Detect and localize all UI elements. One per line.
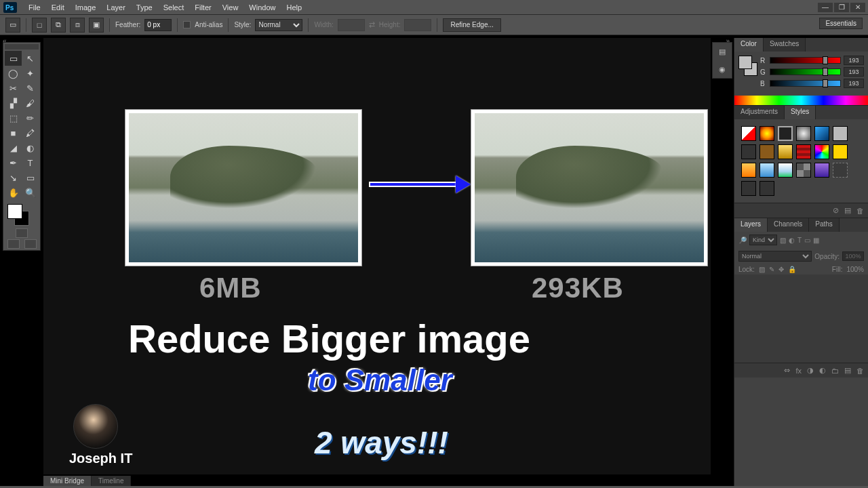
style-swatch[interactable] [833, 163, 848, 178]
group-icon[interactable]: 🗀 [831, 367, 839, 375]
antialias-checkbox[interactable] [183, 21, 191, 28]
tool-path-select[interactable]: ↘ [5, 170, 22, 185]
tool-type[interactable]: T [22, 155, 39, 170]
style-swatch[interactable] [833, 126, 848, 141]
menu-file[interactable]: File [23, 3, 46, 12]
no-style-icon[interactable]: ⊘ [833, 206, 839, 215]
style-swatch[interactable] [760, 144, 774, 159]
tool-hand[interactable]: ✋ [5, 185, 22, 200]
style-swatch[interactable] [778, 126, 793, 141]
opacity-value[interactable]: 100% [842, 251, 864, 261]
adjustment-layer-icon[interactable]: ◐ [819, 366, 826, 375]
selection-add-icon[interactable]: ⧉ [51, 18, 66, 33]
style-swatch[interactable] [741, 181, 756, 196]
menu-select[interactable]: Select [158, 3, 190, 12]
tool-magic-wand[interactable]: ✦ [22, 66, 39, 81]
tool-dodge[interactable]: ◐ [22, 140, 39, 155]
style-swatch[interactable] [833, 144, 848, 159]
selection-new-icon[interactable]: □ [32, 18, 47, 33]
new-layer-icon[interactable]: ▤ [844, 366, 851, 375]
b-value[interactable]: 193 [844, 79, 864, 88]
new-style-icon[interactable]: ▤ [844, 206, 851, 215]
selection-intersect-icon[interactable]: ▣ [89, 18, 104, 33]
tool-pen[interactable]: ✒ [5, 155, 22, 170]
tab-swatches[interactable]: Swatches [764, 38, 806, 52]
filter-adjust-icon[interactable]: ◐ [789, 237, 795, 244]
properties-panel-icon[interactable]: ◉ [713, 60, 732, 78]
tool-marquee[interactable]: ▭ [5, 51, 22, 66]
layers-list[interactable] [734, 274, 868, 363]
style-swatch[interactable] [760, 126, 774, 141]
screenmode-icon[interactable] [7, 239, 20, 249]
g-slider[interactable] [770, 68, 841, 75]
filter-shape-icon[interactable]: ▭ [804, 237, 810, 244]
tab-color[interactable]: Color [734, 38, 764, 52]
style-swatch[interactable] [741, 144, 756, 159]
b-slider[interactable] [770, 80, 841, 87]
workspace-switcher[interactable]: Essentials [819, 18, 863, 29]
tool-eyedropper[interactable]: ✎ [22, 81, 39, 96]
tool-shape[interactable]: ▭ [22, 170, 39, 185]
panel-grip[interactable] [5, 44, 39, 49]
tool-zoom[interactable]: 🔍 [22, 185, 39, 200]
tool-history-brush[interactable]: ✏ [22, 110, 39, 125]
filter-type-icon[interactable]: T [797, 237, 802, 244]
blend-mode-select[interactable]: Normal [738, 251, 812, 262]
style-swatch[interactable] [796, 163, 811, 178]
layer-mask-icon[interactable]: ◑ [807, 366, 814, 375]
lock-brush-icon[interactable]: ✎ [769, 266, 774, 273]
history-panel-icon[interactable]: ▤ [713, 43, 732, 60]
link-layers-icon[interactable]: ⇔ [784, 366, 790, 375]
r-value[interactable]: 193 [844, 56, 864, 65]
tool-move[interactable]: ↖ [22, 51, 39, 66]
window-minimize-icon[interactable]: — [818, 3, 833, 12]
delete-style-icon[interactable]: 🗑 [856, 207, 864, 215]
tab-paths[interactable]: Paths [809, 218, 840, 232]
tab-adjustments[interactable]: Adjustments [734, 106, 785, 119]
style-swatch[interactable] [778, 163, 793, 178]
tool-stamp[interactable]: ⬚ [5, 110, 22, 125]
color-panel-swatch[interactable] [738, 56, 756, 81]
style-swatch[interactable] [741, 163, 756, 178]
menu-filter[interactable]: Filter [189, 3, 216, 12]
menu-edit[interactable]: Edit [46, 3, 70, 12]
style-none[interactable] [741, 126, 756, 141]
quickmask-icon[interactable] [16, 228, 28, 238]
style-swatch[interactable] [796, 144, 811, 159]
layer-fx-icon[interactable]: fx [795, 367, 802, 375]
g-value[interactable]: 193 [844, 67, 864, 77]
menu-view[interactable]: View [217, 3, 244, 12]
tool-gradient[interactable]: 🖍 [22, 125, 39, 140]
menu-help[interactable]: Help [281, 3, 307, 12]
lock-position-icon[interactable]: ✥ [778, 266, 784, 273]
style-swatch[interactable] [814, 126, 829, 141]
color-swatch[interactable] [5, 203, 39, 227]
lock-all-icon[interactable]: 🔒 [788, 266, 796, 273]
active-tool-icon[interactable]: ▭ [5, 18, 20, 33]
document-canvas[interactable]: 6MB 293KB Reduce Bigger image to Smaller… [43, 38, 711, 474]
tab-layers[interactable]: Layers [734, 218, 768, 232]
refine-edge-button[interactable]: Refine Edge... [443, 18, 500, 32]
style-swatch[interactable] [814, 163, 829, 178]
tool-crop[interactable]: ✂ [5, 81, 22, 96]
tool-eraser[interactable]: ■ [5, 125, 22, 140]
feather-input[interactable] [144, 19, 172, 31]
tool-healing[interactable]: ▞ [5, 96, 22, 110]
window-close-icon[interactable]: ✕ [850, 3, 865, 12]
menu-window[interactable]: Window [243, 3, 281, 12]
window-restore-icon[interactable]: ❐ [834, 3, 849, 12]
tool-lasso[interactable]: ◯ [5, 66, 22, 81]
r-slider[interactable] [770, 57, 841, 64]
selection-subtract-icon[interactable]: ⧈ [70, 18, 85, 33]
style-select[interactable]: Normal [255, 19, 302, 31]
screenmode-alt-icon[interactable] [24, 239, 37, 249]
style-swatch[interactable] [796, 126, 811, 141]
style-swatch[interactable] [778, 144, 793, 159]
menu-layer[interactable]: Layer [101, 3, 131, 12]
tool-blur[interactable]: ◢ [5, 140, 22, 155]
style-swatch[interactable] [760, 163, 774, 178]
tab-channels[interactable]: Channels [768, 218, 809, 232]
layer-filter-kind[interactable]: Kind [749, 235, 777, 245]
tool-brush[interactable]: 🖌 [22, 96, 39, 110]
filter-smart-icon[interactable]: ▦ [813, 237, 819, 244]
